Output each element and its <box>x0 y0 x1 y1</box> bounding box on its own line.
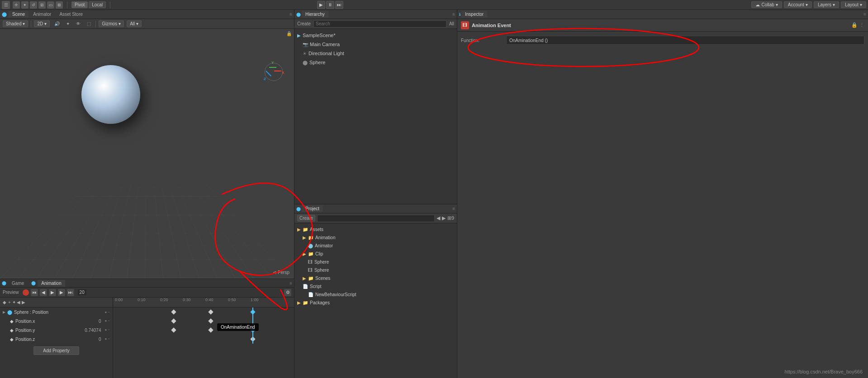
dim-dropdown[interactable]: 2D ▾ <box>34 20 50 27</box>
project-assets[interactable]: ▶ 📁 Assets <box>294 225 457 233</box>
prop-z-ctrl-minus[interactable]: − <box>108 337 110 342</box>
audio-icon[interactable]: 🔊 <box>52 21 62 27</box>
transform-tool[interactable]: ⊠ <box>56 1 63 9</box>
hierarchy-directional-light[interactable]: ☀ Directional Light <box>294 49 457 58</box>
anim-play-btn[interactable]: ▶ <box>49 289 56 296</box>
shading-dropdown[interactable]: Shaded ▾ <box>3 20 28 27</box>
animation-timeline[interactable]: 0:00 0:10 0:20 0:30 0:40 0:50 1:00 <box>113 298 294 378</box>
keyframe-group-1[interactable] <box>171 309 176 314</box>
lock-viewport-icon[interactable]: 🔒 <box>286 31 292 36</box>
prop-x-ctrl-dot[interactable]: ● <box>104 319 107 324</box>
keyframe-group-2[interactable] <box>208 309 213 314</box>
prop-y-ctrl-dot[interactable]: ● <box>104 328 107 333</box>
project-clip[interactable]: ▶ 📁 Clip <box>300 250 457 258</box>
prop-ctrl-dot[interactable]: ● <box>104 310 107 314</box>
add-property-button[interactable]: Add Property <box>33 346 79 355</box>
project-nav-forward[interactable]: ▶ <box>442 215 446 221</box>
layout-button[interactable]: Layout ▾ <box>841 1 866 8</box>
project-animation[interactable]: ▶ 📁 Animation <box>300 233 457 241</box>
anim-prev-key-btn[interactable]: ◀ <box>40 289 47 296</box>
keyframe-x-1[interactable] <box>171 318 176 323</box>
tab-animator[interactable]: Animator <box>29 11 55 18</box>
pause-button[interactable]: ⏸ <box>326 1 334 9</box>
project-packages[interactable]: ▶ 📁 Packages <box>294 298 457 307</box>
anim-folder: 📁 <box>308 235 313 240</box>
tab-animation[interactable]: Animation <box>38 280 65 287</box>
anim-record-button[interactable] <box>23 289 29 296</box>
project-search[interactable] <box>317 215 435 222</box>
prop-x-ctrl-minus[interactable]: − <box>108 319 110 324</box>
tab-project[interactable]: Project <box>302 205 323 212</box>
tab-scene[interactable]: Scene <box>9 11 28 18</box>
keyframe-y-1[interactable] <box>171 327 176 332</box>
anim-keys-icon: ◆ <box>3 300 6 305</box>
anim-next-key-btn[interactable]: ▶ <box>58 289 65 296</box>
prop-position-z[interactable]: ◆ Position.z 0 ● − <box>0 335 113 344</box>
prop-position-x[interactable]: ◆ Position.x 0 ● − <box>0 317 113 326</box>
inspector-function-field: Function: OnAminationEnd () <box>461 35 864 45</box>
perspective-label[interactable]: ⊲ Persp <box>273 270 289 275</box>
anim-folder-label: Animation <box>315 235 335 240</box>
hierarchy-create-btn[interactable]: Create <box>297 21 311 26</box>
scale-tool[interactable]: ⊞ <box>38 1 46 9</box>
project-sphere-2[interactable]: 🎞 Sphere <box>305 266 457 274</box>
prop-y-ctrl-minus[interactable]: − <box>108 328 110 333</box>
project-size-icon[interactable]: ⊞9 <box>447 215 454 221</box>
viewport-3d[interactable]: Y X Z ⊲ Persp 🔒 <box>0 29 294 279</box>
prop-position-y[interactable]: ◆ Position.y 0.74074 ● − <box>0 326 113 335</box>
play-button[interactable]: ▶ <box>317 1 325 9</box>
step-button[interactable]: ⏭ <box>335 1 343 9</box>
pivot-button[interactable]: Pivot <box>71 1 88 8</box>
project-sphere-1[interactable]: 🎞 Sphere <box>305 258 457 266</box>
clip-label: Clip <box>315 251 323 256</box>
anim-last-btn[interactable]: ⏭ <box>67 289 74 296</box>
project-nav-back[interactable]: ◀ <box>436 215 440 221</box>
hide-icon[interactable]: 👁 <box>74 21 82 27</box>
rect-tool[interactable]: ▭ <box>47 1 54 9</box>
timeline-row-x <box>113 317 294 326</box>
rotate-tool[interactable]: ↺ <box>30 1 37 9</box>
function-value[interactable]: OnAminationEnd () <box>506 36 864 45</box>
project-animator[interactable]: ⬤ Animator <box>305 241 457 250</box>
account-button[interactable]: Account ▾ <box>784 1 812 8</box>
tab-hierarchy[interactable]: Hierarchy <box>302 11 328 18</box>
hierarchy-sphere[interactable]: ⬤ Sphere <box>294 58 457 67</box>
local-button[interactable]: Local <box>89 1 106 8</box>
tab-asset-store[interactable]: Asset Store <box>56 11 86 18</box>
all-dropdown[interactable]: All ▾ <box>127 20 142 27</box>
camera-icon: 📷 <box>303 42 308 47</box>
render-icon[interactable]: ⬚ <box>85 21 93 27</box>
hand-tool[interactable]: ✦ <box>21 1 28 9</box>
hierarchy-search[interactable] <box>313 20 446 28</box>
prop-z-ctrl-dot[interactable]: ● <box>104 337 107 342</box>
effects-icon[interactable]: ✦ <box>64 21 71 27</box>
scene-panel-collapse[interactable]: ≡ <box>289 12 292 17</box>
anim-settings-icon[interactable]: ⚙ <box>284 289 291 296</box>
tab-inspector[interactable]: Inspector <box>461 11 487 18</box>
prop-sphere-position[interactable]: ▶ ⬤ Sphere : Position ● − <box>0 307 113 317</box>
inspector-collapse[interactable]: ≡ <box>863 12 866 17</box>
project-create-btn[interactable]: Create <box>297 215 315 222</box>
layers-button[interactable]: Layers ▾ <box>814 1 839 8</box>
project-script[interactable]: 📄 Script <box>300 282 457 290</box>
project-scenes[interactable]: ▶ 📁 Scenes <box>300 274 457 282</box>
keyframe-x-2[interactable] <box>208 318 213 323</box>
keyframe-y-2[interactable] <box>208 327 213 332</box>
prop-ctrl-minus[interactable]: − <box>108 310 110 314</box>
project-collapse[interactable]: ≡ <box>452 206 455 211</box>
anim-first-btn[interactable]: ⏮ <box>31 289 38 296</box>
timeline-header: 0:00 0:10 0:20 0:30 0:40 0:50 1:00 <box>113 298 294 307</box>
inspector-menu-icon[interactable]: ⋮ <box>859 22 864 28</box>
hierarchy-all-btn[interactable]: All <box>449 21 454 26</box>
inspector-lock-icon[interactable]: 🔒 <box>851 22 858 28</box>
tab-game[interactable]: Game <box>8 280 28 287</box>
gizmos-dropdown[interactable]: Gizmos ▾ <box>99 20 124 27</box>
hierarchy-scene[interactable]: ▶ SampleScene* <box>294 31 457 40</box>
all-dropdown-icon: ▾ <box>136 21 138 26</box>
move-tool[interactable]: ✛ <box>13 1 20 9</box>
collab-button[interactable]: ☁ Collab ▾ <box>751 1 782 8</box>
project-new-behaviour[interactable]: 📄 NewBehaviourScript <box>305 290 457 298</box>
hierarchy-collapse[interactable]: ≡ <box>452 12 455 17</box>
bottom-panel-collapse[interactable]: ≡ <box>289 281 292 286</box>
hierarchy-main-camera[interactable]: 📷 Main Camera <box>294 40 457 49</box>
